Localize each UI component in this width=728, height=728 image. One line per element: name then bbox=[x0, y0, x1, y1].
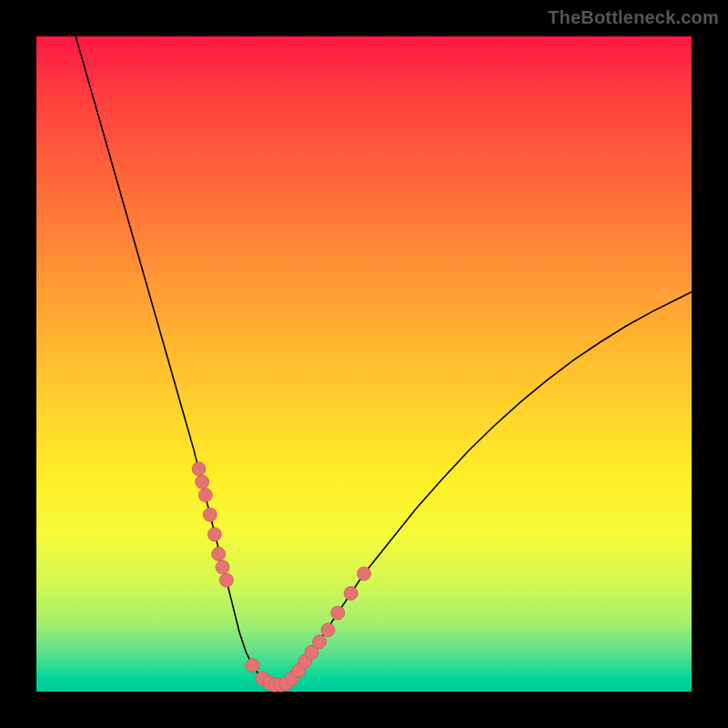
watermark-text: TheBottleneck.com bbox=[548, 7, 719, 28]
curve-dot bbox=[331, 606, 345, 620]
curve-dot bbox=[313, 635, 327, 649]
curve-dot bbox=[216, 561, 229, 574]
curve-dot bbox=[207, 528, 221, 541]
plot-area bbox=[36, 36, 692, 692]
curve-dot bbox=[192, 462, 206, 476]
curve-dot bbox=[196, 475, 209, 489]
bottleneck-curve bbox=[76, 36, 692, 685]
curve-dots bbox=[192, 462, 370, 693]
chart-frame: TheBottleneck.com bbox=[0, 0, 728, 728]
curve-dot bbox=[212, 547, 226, 561]
curve-dot bbox=[246, 659, 259, 672]
curve-dot bbox=[198, 489, 212, 502]
curve-dot bbox=[358, 567, 371, 581]
curve-dot bbox=[219, 573, 233, 587]
curve-dot bbox=[321, 623, 335, 637]
curve-layer bbox=[36, 36, 692, 692]
curve-dot bbox=[344, 587, 358, 601]
curve-dot bbox=[203, 508, 217, 521]
